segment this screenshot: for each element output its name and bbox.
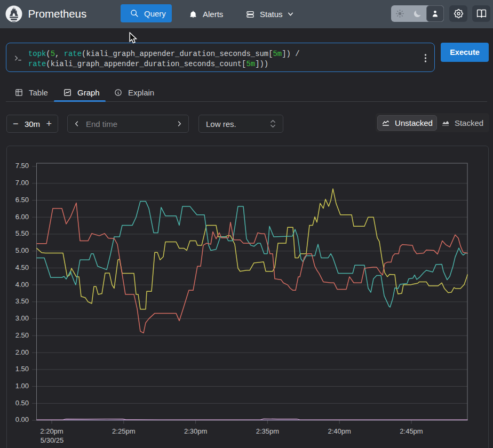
svg-text:5.00: 5.00 xyxy=(15,246,29,254)
svg-text:6.00: 6.00 xyxy=(15,213,29,221)
svg-text:5/30/25: 5/30/25 xyxy=(41,436,63,444)
svg-text:5.50: 5.50 xyxy=(15,229,29,237)
svg-text:3.00: 3.00 xyxy=(15,314,29,322)
svg-text:3.50: 3.50 xyxy=(15,297,29,305)
svg-text:2:20pm: 2:20pm xyxy=(40,427,63,435)
svg-text:1.00: 1.00 xyxy=(15,382,29,390)
svg-text:2:35pm: 2:35pm xyxy=(256,427,279,435)
svg-text:2.50: 2.50 xyxy=(15,331,29,339)
svg-text:2.00: 2.00 xyxy=(15,348,29,356)
svg-text:7.50: 7.50 xyxy=(15,162,29,170)
svg-text:2:30pm: 2:30pm xyxy=(184,427,207,435)
svg-text:0.50: 0.50 xyxy=(15,399,29,407)
svg-text:4.50: 4.50 xyxy=(15,263,29,271)
svg-text:7.00: 7.00 xyxy=(15,179,29,187)
svg-text:2:40pm: 2:40pm xyxy=(328,427,351,435)
svg-text:6.50: 6.50 xyxy=(15,196,29,204)
svg-text:4.00: 4.00 xyxy=(15,281,29,289)
svg-text:2:25pm: 2:25pm xyxy=(112,427,135,435)
svg-text:2:45pm: 2:45pm xyxy=(400,427,423,435)
svg-text:1.50: 1.50 xyxy=(15,365,29,373)
svg-text:0.00: 0.00 xyxy=(15,415,29,423)
